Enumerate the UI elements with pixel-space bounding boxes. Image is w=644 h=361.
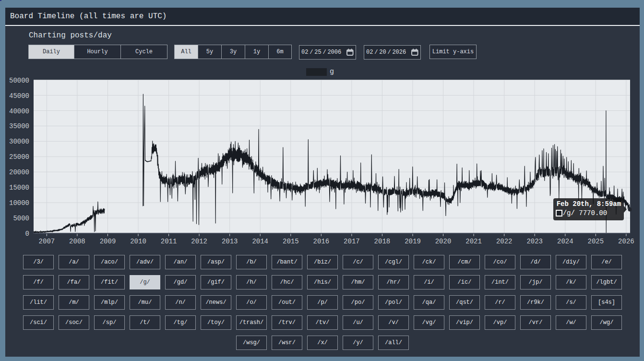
svg-text:0: 0 [25,230,29,238]
svg-text:2011: 2011 [161,238,177,245]
svg-text:40000: 40000 [9,108,29,115]
svg-text:2015: 2015 [283,238,299,245]
svg-text:20000: 20000 [9,168,29,176]
svg-text:2023: 2023 [526,238,543,245]
svg-text:2009: 2009 [100,238,116,245]
svg-text:2024: 2024 [557,238,573,245]
svg-text:2022: 2022 [496,238,513,245]
svg-text:2008: 2008 [69,238,85,245]
svg-text:2013: 2013 [222,238,238,245]
svg-text:10000: 10000 [9,199,29,207]
svg-text:45000: 45000 [9,92,29,100]
svg-text:2018: 2018 [374,238,391,245]
svg-text:2020: 2020 [435,238,452,245]
svg-text:15000: 15000 [9,184,29,192]
svg-text:2017: 2017 [344,238,360,245]
svg-text:2021: 2021 [465,238,482,245]
svg-text:5000: 5000 [13,215,29,222]
svg-text:50000: 50000 [9,77,29,84]
svg-text:30000: 30000 [9,138,29,145]
svg-text:2019: 2019 [405,238,421,245]
svg-text:2007: 2007 [39,238,55,245]
svg-text:2012: 2012 [191,238,207,245]
svg-text:35000: 35000 [9,122,29,130]
svg-text:2014: 2014 [252,238,268,245]
svg-text:2016: 2016 [313,238,329,245]
svg-text:25000: 25000 [9,153,29,161]
svg-text:2025: 2025 [587,238,604,245]
svg-text:2010: 2010 [130,238,146,245]
svg-text:2026: 2026 [618,238,634,245]
